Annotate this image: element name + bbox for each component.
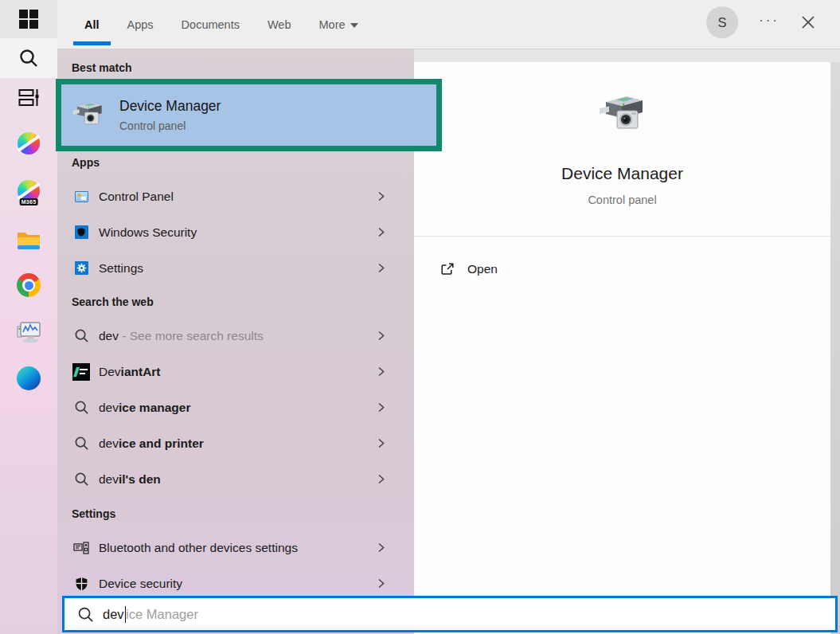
best-match-title: Device Manager <box>119 98 221 115</box>
preview-subtitle: Control panel <box>414 194 830 206</box>
bluetooth-devices-icon <box>73 541 89 555</box>
header-controls: S ··· <box>706 0 816 45</box>
windows-security-icon <box>75 225 88 239</box>
settings-rows: Bluetooth and other devices settings Dev… <box>57 530 414 601</box>
m365-copilot-button[interactable]: M365 <box>0 180 57 202</box>
search-inline-suggestion: ice Manager <box>126 607 198 622</box>
window-edge-strip <box>830 62 840 634</box>
results-panel: Best match Device Manager <box>57 49 414 634</box>
device-manager-icon <box>596 91 649 143</box>
tab-more[interactable]: More <box>319 0 358 49</box>
close-icon <box>800 14 816 30</box>
search-input[interactable]: device Manager <box>62 596 838 632</box>
result-web-devils-den[interactable]: devil's den <box>57 461 414 497</box>
result-control-panel[interactable]: Control Panel <box>57 178 414 214</box>
performance-monitor-button[interactable] <box>16 319 41 343</box>
open-action[interactable]: Open <box>414 253 830 285</box>
start-search-screen: M365 All <box>0 0 840 634</box>
search-filter-tabs: All Apps Documents Web More <box>57 0 358 49</box>
result-bluetooth-settings[interactable]: Bluetooth and other devices settings <box>57 530 414 566</box>
annotation-highlight-box: Device Manager Control panel <box>56 79 442 151</box>
chevron-down-icon <box>350 23 358 28</box>
web-rows: dev - See more search results DeviantArt <box>57 318 414 497</box>
task-view-icon <box>18 87 40 108</box>
file-explorer-button[interactable] <box>17 229 41 250</box>
search-icon <box>77 606 94 623</box>
search-icon <box>74 436 89 451</box>
copilot-button[interactable] <box>18 132 40 155</box>
best-match-subtitle: Control panel <box>119 119 221 132</box>
file-explorer-icon <box>17 229 41 250</box>
search-icon <box>74 472 89 487</box>
edge-icon <box>17 366 41 390</box>
search-typed-text: dev <box>103 607 124 622</box>
preview-divider <box>414 236 830 237</box>
user-avatar[interactable]: S <box>706 6 738 38</box>
preview-title: Device Manager <box>414 164 830 183</box>
deviantart-icon <box>72 363 90 381</box>
result-settings[interactable]: Settings <box>57 250 414 286</box>
result-web-dev[interactable]: dev - See more search results <box>57 318 414 354</box>
panel-top-strip <box>414 49 840 62</box>
task-view-button[interactable] <box>18 87 40 108</box>
chrome-button[interactable] <box>17 273 41 297</box>
edge-button[interactable] <box>17 366 41 390</box>
best-match-result[interactable]: Device Manager Control panel <box>61 98 436 132</box>
close-button[interactable] <box>800 14 816 30</box>
search-icon <box>74 328 89 343</box>
m365-badge: M365 <box>20 198 38 205</box>
chevron-right-icon[interactable] <box>375 437 387 449</box>
chevron-right-icon[interactable] <box>375 401 387 413</box>
taskbar-search-button[interactable] <box>0 38 57 78</box>
open-label: Open <box>467 262 498 276</box>
chevron-right-icon[interactable] <box>375 577 387 589</box>
performance-monitor-icon <box>16 319 41 343</box>
chevron-right-icon[interactable] <box>375 366 387 378</box>
result-web-device-manager[interactable]: device manager <box>57 389 414 425</box>
tab-web[interactable]: Web <box>268 0 291 49</box>
chevron-right-icon[interactable] <box>375 330 387 342</box>
chevron-right-icon[interactable] <box>375 226 387 238</box>
result-deviantart[interactable]: DeviantArt <box>57 354 414 389</box>
section-search-the-web: Search the web <box>72 295 154 308</box>
settings-gear-icon <box>75 261 88 275</box>
chrome-icon <box>17 273 41 297</box>
chevron-right-icon[interactable] <box>375 262 387 274</box>
search-icon <box>18 48 40 69</box>
copilot-icon <box>18 132 40 155</box>
options-ellipsis-button[interactable]: ··· <box>759 14 779 32</box>
result-windows-security[interactable]: Windows Security <box>57 214 414 250</box>
tab-apps[interactable]: Apps <box>127 0 154 49</box>
section-apps: Apps <box>72 156 100 169</box>
tab-all[interactable]: All <box>84 0 100 49</box>
open-external-icon <box>440 261 455 277</box>
taskbar: M365 <box>0 0 57 634</box>
control-panel-icon <box>75 191 88 202</box>
device-manager-icon <box>71 99 106 132</box>
section-settings: Settings <box>72 507 115 520</box>
chevron-right-icon[interactable] <box>375 542 387 554</box>
preview-panel: Device Manager Control panel Open <box>414 62 830 634</box>
section-best-match: Best match <box>72 61 131 74</box>
tab-documents[interactable]: Documents <box>182 0 240 49</box>
apps-rows: Control Panel Windows Security <box>57 178 414 286</box>
chevron-right-icon[interactable] <box>375 473 387 485</box>
search-header: All Apps Documents Web More S ··· <box>57 0 840 49</box>
windows-start-icon <box>19 10 38 29</box>
result-web-device-and-printer[interactable]: device and printer <box>57 425 414 461</box>
start-button[interactable] <box>0 0 57 38</box>
device-security-shield-icon <box>75 577 88 591</box>
chevron-right-icon[interactable] <box>375 190 387 202</box>
search-icon <box>74 400 89 415</box>
